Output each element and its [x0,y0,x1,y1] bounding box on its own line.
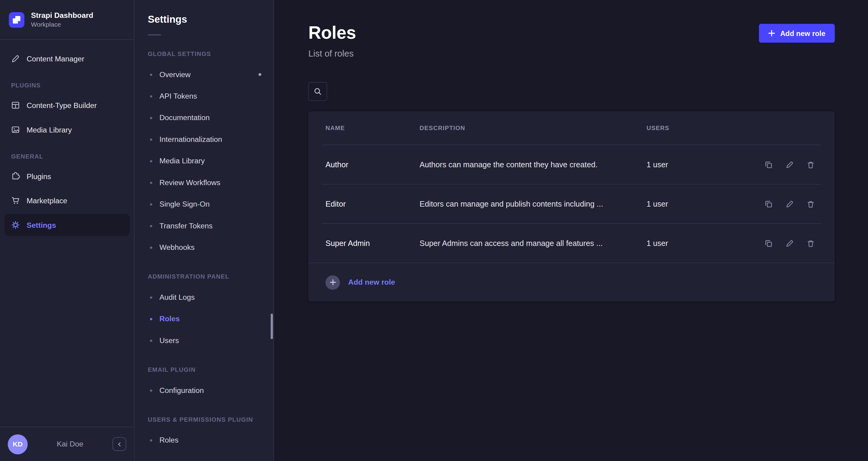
edit-button[interactable] [782,197,797,211]
role-description-cell: Authors can manage the content they have… [420,160,647,169]
sidebar-item-label: Settings [27,221,56,229]
bullet-dot-icon [150,389,152,392]
subnav-title: Settings [148,13,260,25]
sidebar-item-media-library[interactable]: Media Library [4,119,130,141]
duplicate-button[interactable] [761,197,776,211]
bullet-dot-icon [150,339,152,342]
role-name-cell: Author [326,160,420,169]
strapi-logo-icon [9,12,24,27]
sidebar-item-plugins[interactable]: Plugins [4,165,130,187]
subnav-item-webhooks[interactable]: Webhooks [134,236,274,258]
app-brand: Strapi Dashboard Workplace [0,0,134,40]
sidebar-item-marketplace[interactable]: Marketplace [4,190,130,211]
subnav-item-audit-logs[interactable]: Audit Logs [134,286,274,308]
column-header-description: DESCRIPTION [420,125,647,131]
subnav-item-label: Audit Logs [160,293,195,301]
trash-icon [806,200,814,208]
section-label-global-settings: GLOBAL SETTINGS [148,50,260,58]
page-header: Roles List of roles Add new role [308,22,835,59]
table-row-super-admin[interactable]: Super Admin Super Admins can access and … [322,223,821,263]
add-new-role-label: Add new role [780,29,826,37]
subnav-item-label: Single Sign-On [160,200,210,208]
copy-icon [764,239,773,247]
subnav-item-api-tokens[interactable]: API Tokens [134,85,274,107]
role-users-cell: 1 user [647,160,746,169]
subnav-section-administration-panel: ADMINISTRATION PANEL Audit Logs Roles Us… [134,272,274,351]
subnav-item-roles[interactable]: Roles [134,308,274,329]
sidebar-item-label: Media Library [27,125,72,134]
app-title: Strapi Dashboard [31,10,93,20]
bullet-dot-icon [150,160,152,162]
trash-icon [806,239,814,247]
bullet-dot-icon [150,203,152,205]
chevron-left-icon [116,441,123,448]
page-subtitle: List of roles [308,49,356,59]
subnav-section-global-settings: GLOBAL SETTINGS Overview API Tokens Docu… [134,50,274,258]
subnav-item-review-workflows[interactable]: Review Workflows [134,172,274,193]
subnav-item-users[interactable]: Users [134,330,274,351]
subnav-item-configuration[interactable]: Configuration [134,380,274,401]
bullet-dot-icon [150,95,152,97]
pencil-icon [785,200,793,208]
duplicate-button[interactable] [761,236,776,251]
subnav-item-up-roles[interactable]: Roles [134,429,274,451]
subnav-item-documentation[interactable]: Documentation [134,107,274,128]
collapse-sidebar-button[interactable] [113,437,126,451]
bullet-dot-icon [150,117,152,119]
subnav-item-single-sign-on[interactable]: Single Sign-On [134,193,274,215]
add-new-role-button[interactable]: Add new role [759,24,835,42]
subnav-item-label: Internationalization [160,135,222,143]
copy-icon [764,160,773,169]
picture-icon [11,125,20,134]
sidebar-item-label: Plugins [27,172,51,180]
bullet-dot-icon [150,138,152,140]
subnav-item-label: Transfer Tokens [160,222,213,230]
bullet-dot-icon [150,246,152,248]
bullet-dot-icon [150,439,152,441]
column-header-users: USERS [647,125,746,131]
delete-button[interactable] [803,197,818,211]
delete-button[interactable] [803,157,818,172]
section-label-users-permissions-plugin: USERS & PERMISSIONS PLUGIN [148,415,260,424]
sidebar-item-content-type-builder[interactable]: Content-Type Builder [4,94,130,116]
subnav-item-label: Roles [160,436,179,444]
delete-button[interactable] [803,236,818,251]
copy-icon [764,200,773,208]
sidebar-item-label: Content-Type Builder [27,101,97,109]
settings-subnav: Settings GLOBAL SETTINGS Overview API To… [134,0,274,461]
main-content: Roles List of roles Add new role NAME DE… [274,0,868,461]
add-circle-icon [326,275,340,289]
row-actions [746,157,817,172]
role-users-cell: 1 user [647,199,746,208]
bullet-dot-icon [150,296,152,298]
avatar: KD [8,434,28,454]
duplicate-button[interactable] [761,157,776,172]
subnav-item-media-library[interactable]: Media Library [134,150,274,172]
subnav-item-label: Webhooks [160,243,195,251]
subnav-scrollbar-thumb[interactable] [271,314,273,339]
role-name-cell: Super Admin [326,239,420,248]
subnav-item-label: API Tokens [160,92,197,100]
notification-dot [258,73,261,76]
subnav-item-transfer-tokens[interactable]: Transfer Tokens [134,215,274,236]
user-name: Kai Doe [32,440,108,448]
subnav-divider [148,34,161,36]
subnav-item-overview[interactable]: Overview [134,64,274,85]
edit-button[interactable] [782,157,797,172]
app-root: Strapi Dashboard Workplace Content Manag… [0,0,868,461]
sidebar-item-content-manager[interactable]: Content Manager [4,48,130,70]
section-label-email-plugin: EMAIL PLUGIN [148,366,260,374]
pencil-icon [785,239,793,247]
bullet-dot-icon [150,181,152,183]
sidebar-item-settings[interactable]: Settings [4,214,130,236]
bullet-dot-icon [150,74,152,76]
section-label-general: GENERAL [4,143,130,165]
edit-button[interactable] [782,236,797,251]
search-button[interactable] [308,82,327,101]
table-footer-add-row[interactable]: Add new role [308,263,835,301]
table-row-author[interactable]: Author Authors can manage the content th… [322,145,821,184]
table-row-editor[interactable]: Editor Editors can manage and publish co… [322,184,821,223]
puzzle-icon [11,172,20,180]
column-header-name: NAME [326,125,420,131]
subnav-item-internationalization[interactable]: Internationalization [134,128,274,150]
